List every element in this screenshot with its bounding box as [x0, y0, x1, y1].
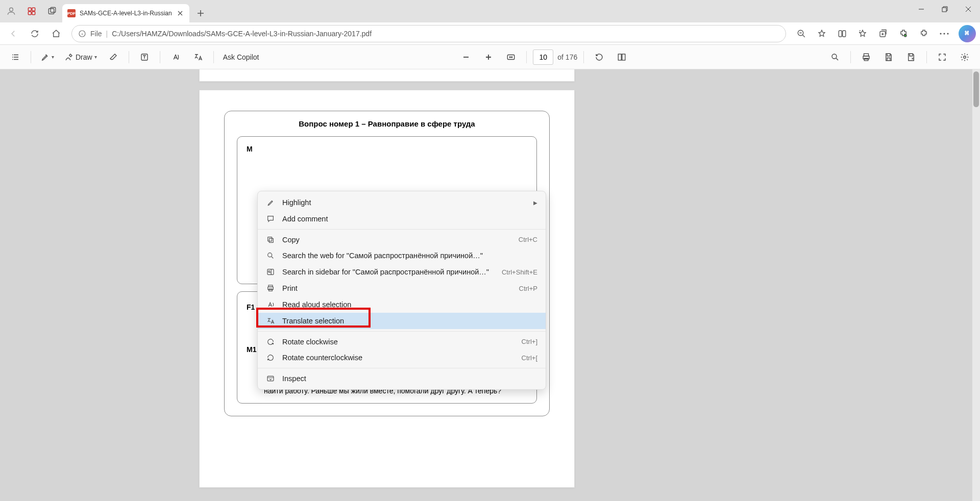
- tab-actions-icon[interactable]: [45, 4, 59, 18]
- tab-close-button[interactable]: [176, 9, 184, 17]
- search-icon: [266, 251, 275, 260]
- url-box[interactable]: File | C:/Users/HAMZA/Downloads/SAMs-GCE…: [71, 25, 786, 42]
- print-icon: [266, 284, 275, 293]
- svg-rect-2: [32, 8, 35, 11]
- scrollbar[interactable]: [972, 69, 980, 501]
- browser-tab[interactable]: PDF SAMs-GCE-A-level-L3-in-Russian: [62, 4, 189, 22]
- menu-translate-selection[interactable]: Translate selection: [258, 313, 546, 329]
- svg-point-25: [964, 56, 966, 58]
- rotate-cw-icon: [266, 337, 275, 346]
- menu-add-comment[interactable]: Add comment: [258, 211, 546, 227]
- split-screen-icon[interactable]: [833, 24, 851, 43]
- svg-rect-27: [268, 237, 272, 241]
- svg-point-30: [268, 271, 270, 272]
- svg-point-16: [947, 33, 948, 34]
- translate-button[interactable]: [189, 48, 207, 66]
- svg-rect-33: [269, 289, 273, 291]
- rotate-button[interactable]: [590, 48, 608, 66]
- url-scheme: File: [90, 30, 102, 38]
- submenu-arrow-icon: ▶: [533, 200, 537, 206]
- svg-rect-3: [28, 12, 31, 15]
- pdf-page-previous: [199, 69, 575, 82]
- svg-rect-22: [864, 54, 869, 56]
- zoom-in-button[interactable]: [479, 48, 498, 66]
- menu-rotate-ccw[interactable]: Rotate counterclockwise Ctrl+[: [258, 349, 546, 366]
- print-button[interactable]: [857, 48, 875, 66]
- svg-point-21: [832, 54, 837, 59]
- new-tab-button[interactable]: [192, 5, 209, 21]
- read-aloud-icon: [266, 300, 275, 309]
- contents-toggle[interactable]: [6, 48, 24, 66]
- svg-rect-19: [618, 54, 621, 60]
- info-icon: [78, 30, 86, 38]
- url-path: C:/Users/HAMZA/Downloads/SAMs-GCE-A-leve…: [112, 30, 372, 38]
- workspaces-icon[interactable]: [24, 4, 39, 18]
- close-window-button[interactable]: [957, 0, 980, 18]
- menu-copy[interactable]: Copy Ctrl+C: [258, 229, 546, 247]
- ask-copilot-button[interactable]: Ask Copilot: [220, 48, 262, 66]
- tab-title: SAMs-GCE-A-level-L3-in-Russian: [80, 10, 172, 17]
- svg-rect-24: [864, 58, 868, 61]
- pdf-favicon: PDF: [67, 9, 76, 17]
- svg-point-14: [940, 33, 941, 34]
- favorite-button[interactable]: [813, 24, 831, 43]
- copy-icon: [266, 235, 275, 244]
- pdf-viewer[interactable]: Вопрос номер 1 – Равноправие в сфере тру…: [0, 69, 980, 501]
- home-button[interactable]: [47, 24, 65, 43]
- svg-point-13: [904, 34, 907, 37]
- translate-icon: [266, 316, 275, 325]
- draw-tool[interactable]: Draw▾: [61, 48, 100, 66]
- menu-inspect[interactable]: Inspect: [258, 368, 546, 386]
- rotate-ccw-icon: [266, 353, 275, 362]
- highlight-tool[interactable]: ▾: [37, 48, 57, 66]
- menu-read-aloud[interactable]: Read aloud selection: [258, 296, 546, 313]
- read-aloud-button[interactable]: [166, 48, 185, 66]
- copilot-button[interactable]: [959, 25, 976, 42]
- refresh-button[interactable]: [26, 24, 44, 43]
- profile-icon[interactable]: [4, 4, 18, 18]
- titlebar: PDF SAMs-GCE-A-level-L3-in-Russian: [0, 0, 980, 22]
- svg-rect-11: [843, 31, 846, 37]
- zoom-out-button[interactable]: [457, 48, 475, 66]
- save-as-button[interactable]: [902, 48, 920, 66]
- pdf-settings-button[interactable]: [955, 48, 974, 66]
- erase-tool[interactable]: [104, 48, 122, 66]
- page-total: of 176: [557, 53, 577, 61]
- menu-search-sidebar[interactable]: Search in sidebar for "Самой распростран…: [258, 264, 546, 280]
- svg-rect-20: [622, 54, 625, 60]
- favorites-list-icon[interactable]: [853, 24, 872, 43]
- menu-highlight[interactable]: Highlight ▶: [258, 194, 546, 211]
- page-number-input[interactable]: [533, 49, 553, 65]
- svg-rect-7: [942, 8, 946, 12]
- save-button[interactable]: [879, 48, 898, 66]
- question-title: Вопрос номер 1 – Равноправие в сфере тру…: [237, 119, 537, 128]
- svg-rect-1: [28, 8, 31, 11]
- fit-width-button[interactable]: [502, 48, 520, 66]
- svg-point-28: [268, 253, 272, 257]
- highlight-icon: [266, 198, 275, 207]
- fullscreen-button[interactable]: [933, 48, 951, 66]
- zoom-out-icon[interactable]: [792, 24, 811, 43]
- page-view-button[interactable]: [612, 48, 631, 66]
- speaker-m-label: M: [247, 145, 253, 153]
- scrollbar-thumb[interactable]: [973, 71, 979, 107]
- browser-tools-icon[interactable]: [915, 24, 933, 43]
- svg-rect-5: [48, 9, 54, 14]
- svg-point-0: [10, 8, 13, 11]
- extensions-icon[interactable]: [894, 24, 913, 43]
- text-tool[interactable]: [135, 48, 154, 66]
- menu-rotate-cw[interactable]: Rotate clockwise Ctrl+]: [258, 331, 546, 349]
- svg-rect-6: [51, 8, 56, 13]
- maximize-button[interactable]: [933, 0, 957, 18]
- collections-icon[interactable]: [874, 24, 892, 43]
- chevron-down-icon: ▾: [52, 54, 54, 60]
- svg-rect-4: [32, 12, 35, 15]
- menu-search-web[interactable]: Search the web for "Самой распространённ…: [258, 247, 546, 264]
- menu-print[interactable]: Print Ctrl+P: [258, 280, 546, 296]
- back-button[interactable]: [4, 24, 22, 43]
- more-button[interactable]: [935, 24, 953, 43]
- find-button[interactable]: [826, 48, 844, 66]
- chevron-down-icon: ▾: [94, 54, 97, 60]
- minimize-button[interactable]: [910, 0, 933, 18]
- inspect-icon: [266, 374, 275, 383]
